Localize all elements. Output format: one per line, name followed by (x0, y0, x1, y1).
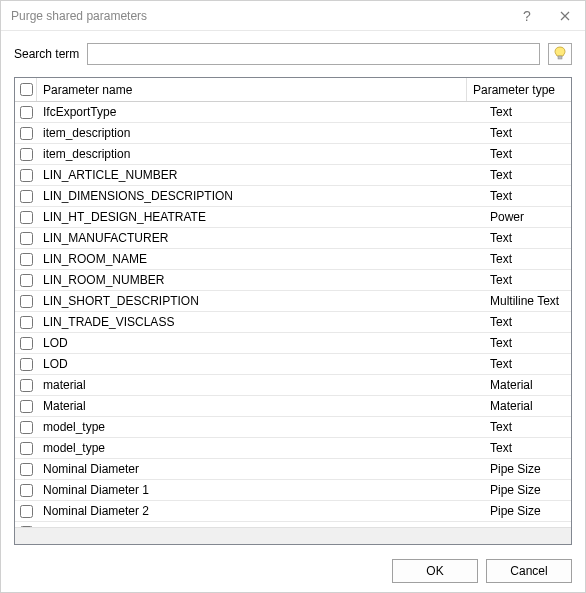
table-row[interactable]: model_typeText (15, 417, 571, 438)
titlebar: Purge shared parameters ? (1, 1, 585, 31)
header-type[interactable]: Parameter type (467, 78, 571, 101)
row-name: LOD (37, 357, 484, 371)
search-input[interactable] (87, 43, 540, 65)
row-checkbox[interactable] (20, 211, 33, 224)
row-checkbox-cell (15, 253, 37, 266)
row-checkbox[interactable] (20, 127, 33, 140)
row-name: LIN_HT_DESIGN_HEATRATE (37, 210, 484, 224)
row-type: Text (484, 441, 571, 455)
row-checkbox-cell (15, 169, 37, 182)
row-type: Text (484, 357, 571, 371)
row-name: LIN_TRADE_VISCLASS (37, 315, 484, 329)
row-checkbox-cell (15, 190, 37, 203)
row-checkbox-cell (15, 463, 37, 476)
row-type: Text (484, 336, 571, 350)
table-row[interactable]: LIN_ARTICLE_NUMBERText (15, 165, 571, 186)
window-title: Purge shared parameters (11, 9, 509, 23)
grid-body[interactable]: IfcExportTypeTextitem_descriptionTextite… (15, 102, 571, 527)
table-row[interactable]: IfcExportTypeText (15, 102, 571, 123)
close-button[interactable] (545, 1, 585, 31)
header-checkbox-cell (15, 78, 37, 101)
row-checkbox[interactable] (20, 148, 33, 161)
row-checkbox[interactable] (20, 358, 33, 371)
row-checkbox[interactable] (20, 337, 33, 350)
row-name: material (37, 378, 484, 392)
row-type: Multiline Text (484, 294, 571, 308)
table-row[interactable]: LIN_DIMENSIONS_DESCRIPTIONText (15, 186, 571, 207)
row-checkbox-cell (15, 295, 37, 308)
row-checkbox-cell (15, 337, 37, 350)
row-type: Power (484, 210, 571, 224)
row-checkbox-cell (15, 106, 37, 119)
row-checkbox[interactable] (20, 442, 33, 455)
help-button[interactable]: ? (509, 1, 545, 31)
row-checkbox[interactable] (20, 463, 33, 476)
row-name: IfcExportType (37, 105, 484, 119)
row-name: Nominal Diameter 2 (37, 504, 484, 518)
table-row[interactable]: item_descriptionText (15, 123, 571, 144)
table-row[interactable]: item_descriptionText (15, 144, 571, 165)
row-checkbox-cell (15, 442, 37, 455)
row-checkbox[interactable] (20, 106, 33, 119)
row-checkbox[interactable] (20, 379, 33, 392)
lightbulb-icon (554, 46, 566, 62)
row-checkbox[interactable] (20, 274, 33, 287)
close-icon (560, 11, 570, 21)
table-row[interactable]: LODText (15, 354, 571, 375)
row-type: Pipe Size (484, 483, 571, 497)
row-checkbox[interactable] (20, 253, 33, 266)
row-name: Nominal Diameter 1 (37, 483, 484, 497)
table-row[interactable]: LIN_MANUFACTURERText (15, 228, 571, 249)
row-checkbox[interactable] (20, 232, 33, 245)
row-checkbox[interactable] (20, 421, 33, 434)
row-checkbox[interactable] (20, 190, 33, 203)
row-name: Material (37, 399, 484, 413)
table-row[interactable]: LIN_TRADE_VISCLASSText (15, 312, 571, 333)
horizontal-scrollbar[interactable] (15, 527, 571, 544)
row-checkbox[interactable] (20, 169, 33, 182)
row-checkbox-cell (15, 421, 37, 434)
row-checkbox[interactable] (20, 295, 33, 308)
table-row[interactable]: Nominal Diameter 1Pipe Size (15, 480, 571, 501)
row-checkbox-cell (15, 232, 37, 245)
row-name: LOD (37, 336, 484, 350)
row-name: LIN_ROOM_NAME (37, 252, 484, 266)
grid-header: Parameter name Parameter type (15, 78, 571, 102)
row-type: Pipe Size (484, 462, 571, 476)
header-name[interactable]: Parameter name (37, 78, 467, 101)
table-row[interactable]: MaterialMaterial (15, 396, 571, 417)
hint-button[interactable] (548, 43, 572, 65)
row-checkbox[interactable] (20, 400, 33, 413)
row-checkbox-cell (15, 379, 37, 392)
row-checkbox[interactable] (20, 484, 33, 497)
table-row[interactable]: LIN_HT_DESIGN_HEATRATEPower (15, 207, 571, 228)
row-checkbox-cell (15, 484, 37, 497)
table-row[interactable]: LIN_ROOM_NUMBERText (15, 270, 571, 291)
svg-rect-0 (558, 56, 562, 59)
cancel-button[interactable]: Cancel (486, 559, 572, 583)
row-name: LIN_ROOM_NUMBER (37, 273, 484, 287)
table-row[interactable]: Nominal DiameterPipe Size (15, 459, 571, 480)
row-checkbox-cell (15, 148, 37, 161)
table-row[interactable]: LIN_ROOM_NAMEText (15, 249, 571, 270)
search-row: Search term (14, 43, 572, 65)
row-type: Pipe Size (484, 504, 571, 518)
row-type: Text (484, 231, 571, 245)
ok-button[interactable]: OK (392, 559, 478, 583)
table-row[interactable]: model_typeText (15, 438, 571, 459)
table-row[interactable]: LIN_SHORT_DESCRIPTIONMultiline Text (15, 291, 571, 312)
table-row[interactable]: Nominal Diameter 2Pipe Size (15, 501, 571, 522)
row-checkbox-cell (15, 211, 37, 224)
row-checkbox[interactable] (20, 505, 33, 518)
row-checkbox[interactable] (20, 316, 33, 329)
table-row[interactable]: LODText (15, 333, 571, 354)
row-type: Text (484, 420, 571, 434)
content-area: Search term Parameter name Parameter typ… (1, 31, 585, 545)
row-checkbox-cell (15, 316, 37, 329)
row-name: LIN_SHORT_DESCRIPTION (37, 294, 484, 308)
table-row[interactable]: materialMaterial (15, 375, 571, 396)
select-all-checkbox[interactable] (20, 83, 33, 96)
row-type: Material (484, 378, 571, 392)
row-checkbox-cell (15, 358, 37, 371)
row-type: Text (484, 126, 571, 140)
